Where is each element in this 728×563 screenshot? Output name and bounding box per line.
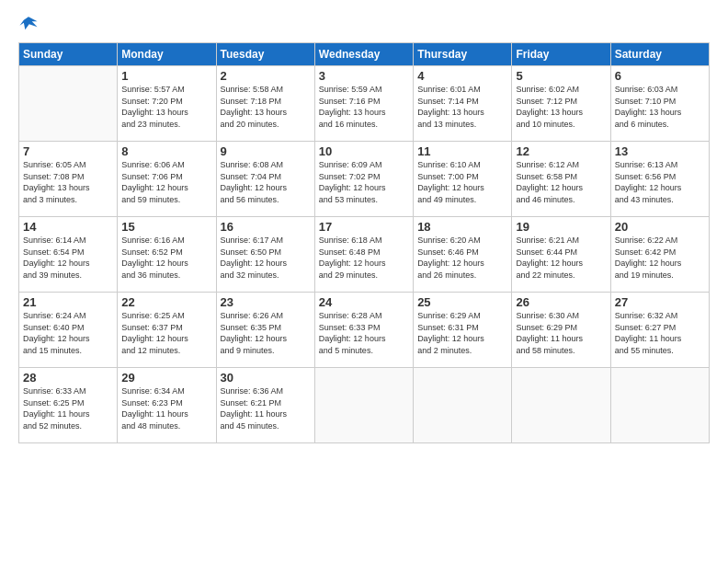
logo <box>18 15 42 35</box>
calendar-cell: 15Sunrise: 6:16 AM Sunset: 6:52 PM Dayli… <box>118 217 216 293</box>
day-info: Sunrise: 5:57 AM Sunset: 7:20 PM Dayligh… <box>121 84 211 130</box>
day-number: 9 <box>221 144 311 158</box>
calendar-cell: 19Sunrise: 6:21 AM Sunset: 6:44 PM Dayli… <box>512 217 610 293</box>
calendar-cell: 4Sunrise: 6:01 AM Sunset: 7:14 PM Daylig… <box>414 66 512 142</box>
day-number: 24 <box>319 295 409 309</box>
day-info: Sunrise: 6:22 AM Sunset: 6:42 PM Dayligh… <box>615 235 705 281</box>
day-number: 27 <box>615 295 705 309</box>
day-number: 8 <box>121 144 211 158</box>
day-number: 28 <box>23 371 113 385</box>
day-info: Sunrise: 6:03 AM Sunset: 7:10 PM Dayligh… <box>615 84 705 130</box>
calendar-cell: 6Sunrise: 6:03 AM Sunset: 7:10 PM Daylig… <box>610 66 709 142</box>
day-info: Sunrise: 6:06 AM Sunset: 7:06 PM Dayligh… <box>121 159 211 205</box>
day-number: 10 <box>319 144 409 158</box>
calendar-cell: 1Sunrise: 5:57 AM Sunset: 7:20 PM Daylig… <box>118 66 216 142</box>
calendar-cell: 13Sunrise: 6:13 AM Sunset: 6:56 PM Dayli… <box>610 142 709 217</box>
calendar-cell: 7Sunrise: 6:05 AM Sunset: 7:08 PM Daylig… <box>19 142 118 217</box>
day-number: 19 <box>516 220 606 234</box>
day-info: Sunrise: 6:08 AM Sunset: 7:04 PM Dayligh… <box>221 159 311 205</box>
calendar-cell <box>512 368 610 443</box>
day-info: Sunrise: 6:33 AM Sunset: 6:25 PM Dayligh… <box>23 385 113 431</box>
day-info: Sunrise: 6:02 AM Sunset: 7:12 PM Dayligh… <box>516 84 606 130</box>
day-info: Sunrise: 6:17 AM Sunset: 6:50 PM Dayligh… <box>221 235 311 281</box>
day-info: Sunrise: 6:01 AM Sunset: 7:14 PM Dayligh… <box>417 84 507 130</box>
calendar-cell: 5Sunrise: 6:02 AM Sunset: 7:12 PM Daylig… <box>512 66 610 142</box>
calendar-cell: 22Sunrise: 6:25 AM Sunset: 6:37 PM Dayli… <box>118 293 216 368</box>
calendar-cell: 10Sunrise: 6:09 AM Sunset: 7:02 PM Dayli… <box>314 142 413 217</box>
calendar-cell: 2Sunrise: 5:58 AM Sunset: 7:18 PM Daylig… <box>216 66 314 142</box>
day-number: 12 <box>516 144 606 158</box>
calendar-header-sunday: Sunday <box>19 43 118 66</box>
day-info: Sunrise: 6:10 AM Sunset: 7:00 PM Dayligh… <box>417 159 507 205</box>
day-number: 18 <box>417 220 507 234</box>
calendar-cell: 16Sunrise: 6:17 AM Sunset: 6:50 PM Dayli… <box>216 217 314 293</box>
calendar-cell: 8Sunrise: 6:06 AM Sunset: 7:06 PM Daylig… <box>118 142 216 217</box>
day-number: 26 <box>516 295 606 309</box>
day-info: Sunrise: 6:13 AM Sunset: 6:56 PM Dayligh… <box>615 159 705 205</box>
day-info: Sunrise: 6:25 AM Sunset: 6:37 PM Dayligh… <box>121 310 211 356</box>
day-number: 20 <box>615 220 705 234</box>
day-number: 14 <box>23 220 113 234</box>
calendar-header-thursday: Thursday <box>414 43 512 66</box>
calendar-header-friday: Friday <box>512 43 610 66</box>
calendar-cell: 3Sunrise: 5:59 AM Sunset: 7:16 PM Daylig… <box>314 66 413 142</box>
calendar-cell: 23Sunrise: 6:26 AM Sunset: 6:35 PM Dayli… <box>216 293 314 368</box>
day-number: 16 <box>221 220 311 234</box>
day-number: 5 <box>516 69 606 83</box>
calendar-header-wednesday: Wednesday <box>314 43 413 66</box>
day-info: Sunrise: 6:05 AM Sunset: 7:08 PM Dayligh… <box>23 159 113 205</box>
day-number: 4 <box>417 69 507 83</box>
calendar-cell: 12Sunrise: 6:12 AM Sunset: 6:58 PM Dayli… <box>512 142 610 217</box>
day-info: Sunrise: 5:58 AM Sunset: 7:18 PM Dayligh… <box>221 84 311 130</box>
calendar-cell: 14Sunrise: 6:14 AM Sunset: 6:54 PM Dayli… <box>19 217 118 293</box>
calendar-cell: 18Sunrise: 6:20 AM Sunset: 6:46 PM Dayli… <box>414 217 512 293</box>
day-number: 1 <box>121 69 211 83</box>
day-number: 7 <box>23 144 113 158</box>
day-info: Sunrise: 6:24 AM Sunset: 6:40 PM Dayligh… <box>23 310 113 356</box>
day-number: 11 <box>417 144 507 158</box>
day-info: Sunrise: 5:59 AM Sunset: 7:16 PM Dayligh… <box>319 84 409 130</box>
day-number: 23 <box>221 295 311 309</box>
calendar-cell: 17Sunrise: 6:18 AM Sunset: 6:48 PM Dayli… <box>314 217 413 293</box>
calendar-cell <box>610 368 709 443</box>
day-info: Sunrise: 6:20 AM Sunset: 6:46 PM Dayligh… <box>417 235 507 281</box>
svg-marker-0 <box>19 17 37 29</box>
day-number: 6 <box>615 69 705 83</box>
day-info: Sunrise: 6:16 AM Sunset: 6:52 PM Dayligh… <box>121 235 211 281</box>
calendar-cell: 11Sunrise: 6:10 AM Sunset: 7:00 PM Dayli… <box>414 142 512 217</box>
calendar-cell: 25Sunrise: 6:29 AM Sunset: 6:31 PM Dayli… <box>414 293 512 368</box>
day-info: Sunrise: 6:36 AM Sunset: 6:21 PM Dayligh… <box>221 385 311 431</box>
calendar-cell: 24Sunrise: 6:28 AM Sunset: 6:33 PM Dayli… <box>314 293 413 368</box>
calendar-cell: 27Sunrise: 6:32 AM Sunset: 6:27 PM Dayli… <box>610 293 709 368</box>
day-info: Sunrise: 6:26 AM Sunset: 6:35 PM Dayligh… <box>221 310 311 356</box>
day-number: 15 <box>121 220 211 234</box>
calendar-header-tuesday: Tuesday <box>216 43 314 66</box>
calendar-cell: 9Sunrise: 6:08 AM Sunset: 7:04 PM Daylig… <box>216 142 314 217</box>
day-number: 22 <box>121 295 211 309</box>
day-number: 29 <box>121 371 211 385</box>
calendar-cell: 20Sunrise: 6:22 AM Sunset: 6:42 PM Dayli… <box>610 217 709 293</box>
day-info: Sunrise: 6:34 AM Sunset: 6:23 PM Dayligh… <box>121 385 211 431</box>
calendar-cell <box>314 368 413 443</box>
day-info: Sunrise: 6:28 AM Sunset: 6:33 PM Dayligh… <box>319 310 409 356</box>
calendar-header-saturday: Saturday <box>610 43 709 66</box>
day-info: Sunrise: 6:18 AM Sunset: 6:48 PM Dayligh… <box>319 235 409 281</box>
calendar: SundayMondayTuesdayWednesdayThursdayFrid… <box>18 42 710 443</box>
day-info: Sunrise: 6:32 AM Sunset: 6:27 PM Dayligh… <box>615 310 705 356</box>
day-number: 21 <box>23 295 113 309</box>
day-number: 13 <box>615 144 705 158</box>
day-number: 3 <box>319 69 409 83</box>
logo-bird-icon <box>18 15 39 35</box>
calendar-header-monday: Monday <box>118 43 216 66</box>
day-info: Sunrise: 6:14 AM Sunset: 6:54 PM Dayligh… <box>23 235 113 281</box>
day-info: Sunrise: 6:12 AM Sunset: 6:58 PM Dayligh… <box>516 159 606 205</box>
day-info: Sunrise: 6:09 AM Sunset: 7:02 PM Dayligh… <box>319 159 409 205</box>
calendar-cell: 21Sunrise: 6:24 AM Sunset: 6:40 PM Dayli… <box>19 293 118 368</box>
day-info: Sunrise: 6:21 AM Sunset: 6:44 PM Dayligh… <box>516 235 606 281</box>
calendar-cell <box>414 368 512 443</box>
calendar-cell <box>19 66 118 142</box>
calendar-cell: 26Sunrise: 6:30 AM Sunset: 6:29 PM Dayli… <box>512 293 610 368</box>
day-number: 30 <box>221 371 311 385</box>
calendar-cell: 29Sunrise: 6:34 AM Sunset: 6:23 PM Dayli… <box>118 368 216 443</box>
day-number: 2 <box>221 69 311 83</box>
